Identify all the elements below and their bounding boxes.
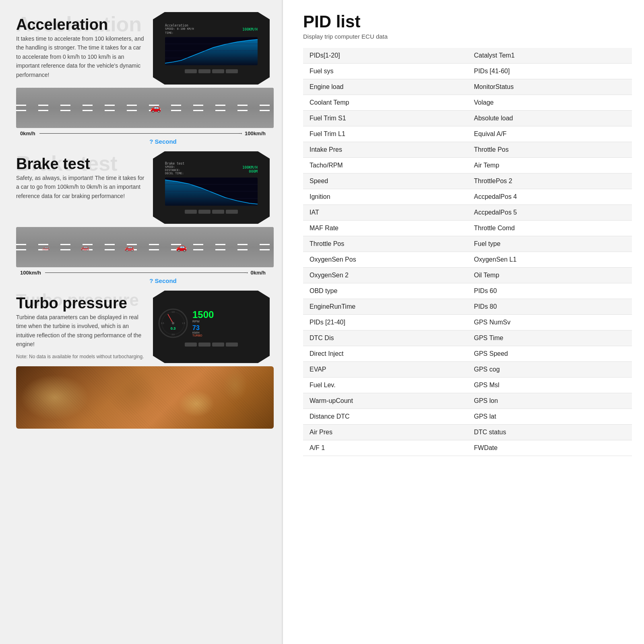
turbo-desc: Turbine data parameters can be displayed… [16,313,145,349]
pid-col1: OxygenSen 2 [303,268,468,283]
pid-col2: Absolute load [468,111,632,126]
turbo-heading: Turbo pressure [16,291,145,312]
pid-row: EngineRunTimePIDs 80 [303,299,632,315]
pid-col1: Fuel Lev. [303,378,468,393]
pid-col2: Volage [468,95,632,111]
acceleration-text: Acceleration Acceleration It takes time … [16,12,145,84]
pid-col2: Throttle Pos [468,142,632,158]
turbo-device: 1.0 1.5 0.5 2.0 0.3 1500 [153,291,270,363]
brake-second: ? Second [16,277,270,287]
pid-table: PIDs[1-20]Catalyst Tem1Fuel sysPIDs [41-… [303,48,632,456]
right-panel: PID list Display trip computer ECU data … [283,0,644,644]
pid-row: IgnitionAccpedalPos 4 [303,189,632,205]
svg-line-15 [168,314,173,323]
pid-row: OBD typePIDs 60 [303,283,632,299]
pid-col1: Tacho/RPM [303,158,468,173]
pid-col2: GPS Msl [468,378,632,393]
pid-col2: PIDs 60 [468,283,632,299]
pid-col1: Distance DTC [303,409,468,425]
pid-col2: OxygenSen L1 [468,252,632,268]
pid-row: OxygenSen 2Oil Temp [303,268,632,283]
pid-col2: AccpedalPos 5 [468,205,632,221]
pid-col2: GPS cog [468,362,632,378]
pid-col2: PIDs [41-60] [468,64,632,79]
pid-col2: DTC status [468,425,632,440]
pid-col1: Fuel sys [303,64,468,79]
pid-col1: Throttle Pos [303,236,468,252]
pid-col1: OxygenSen Pos [303,252,468,268]
pid-col1: Coolant Temp [303,95,468,111]
pid-col1: EngineRunTime [303,299,468,315]
pid-col1: Direct Inject [303,346,468,362]
svg-text:1.0: 1.0 [172,311,175,313]
brake-section: Brake test Brake test Safety, as always,… [16,151,270,287]
pid-col1: A/F 1 [303,440,468,456]
acceleration-section: Acceleration Acceleration It takes time … [16,12,270,147]
pid-row: EVAPGPS cog [303,362,632,378]
pid-col2: Equival A/F [468,126,632,142]
pid-row: Fuel Trim L1Equival A/F [303,126,632,142]
pid-subtitle: Display trip computer ECU data [303,33,632,40]
pid-col1: Fuel Trim S1 [303,111,468,126]
turbo-note: Note: No data is available for models wi… [16,354,145,359]
pid-row: Fuel Trim S1Absolute load [303,111,632,126]
turbo-section: Turbo pressure Turbo pressure Turbine da… [16,291,270,429]
turbo-engine-image [16,366,274,429]
pid-row: Fuel sysPIDs [41-60] [303,64,632,79]
pid-col1: Speed [303,173,468,189]
svg-text:0.3: 0.3 [171,326,176,330]
pid-col2: Throttle Comd [468,221,632,236]
pid-col1: OBD type [303,283,468,299]
pid-col1: Warm-upCount [303,393,468,409]
acceleration-heading: Acceleration [16,12,145,33]
pid-col1: Fuel Trim L1 [303,126,468,142]
pid-col2: Fuel type [468,236,632,252]
brake-speed-labels: 100km/h → 0km/h [16,269,270,277]
acceleration-speed-labels: 0km/h → 100km/h [16,130,270,137]
pid-col1: PIDs [21-40] [303,315,468,330]
pid-row: Distance DTCGPS lat [303,409,632,425]
turbo-text: Turbo pressure Turbo pressure Turbine da… [16,291,145,359]
pid-row: A/F 1FWDate [303,440,632,456]
pid-row: PIDs [21-40]GPS NumSv [303,315,632,330]
pid-row: DTC DisGPS Time [303,330,632,346]
pid-col2: ThrottlePos 2 [468,173,632,189]
brake-road: 🚗 🚗 🚗 🚗 [16,227,274,267]
pid-col1: DTC Dis [303,330,468,346]
svg-point-16 [172,322,174,324]
pid-row: Air PresDTC status [303,425,632,440]
pid-row: Coolant TempVolage [303,95,632,111]
pid-col2: Catalyst Tem1 [468,48,632,64]
svg-text:2.0: 2.0 [172,333,175,336]
pid-col2: Air Temp [468,158,632,173]
pid-col1: EVAP [303,362,468,378]
pid-row: Intake PresThrottle Pos [303,142,632,158]
pid-col2: MonitorStatus [468,79,632,95]
pid-col2: GPS Time [468,330,632,346]
pid-col1: MAF Rate [303,221,468,236]
pid-col2: FWDate [468,440,632,456]
brake-text: Brake test Brake test Safety, as always,… [16,151,145,205]
pid-title: PID list [303,12,632,31]
left-panel: Acceleration Acceleration It takes time … [0,0,282,644]
svg-text:1.5: 1.5 [182,322,185,324]
pid-row: Warm-upCountGPS lon [303,393,632,409]
pid-row: Engine loadMonitorStatus [303,79,632,95]
pid-row: Direct InjectGPS Speed [303,346,632,362]
acceleration-device: Acceleration SPEED: 0-100 KM/H 100KM/H T… [153,12,270,85]
pid-col2: Oil Temp [468,268,632,283]
pid-col2: GPS lon [468,393,632,409]
acceleration-desc: It takes time to accelerate from 100 kil… [16,34,145,79]
pid-col1: PIDs[1-20] [303,48,468,64]
svg-text:0.5: 0.5 [161,322,164,324]
pid-row: Throttle PosFuel type [303,236,632,252]
brake-desc: Safety, as always, is important! The tim… [16,173,145,200]
acceleration-road: 🚗 [16,88,274,128]
pid-row: PIDs[1-20]Catalyst Tem1 [303,48,632,64]
pid-row: IATAccpedalPos 5 [303,205,632,221]
pid-col2: GPS Speed [468,346,632,362]
pid-col2: AccpedalPos 4 [468,189,632,205]
pid-row: Tacho/RPMAir Temp [303,158,632,173]
svg-marker-0 [165,39,258,65]
pid-col2: PIDs 80 [468,299,632,315]
